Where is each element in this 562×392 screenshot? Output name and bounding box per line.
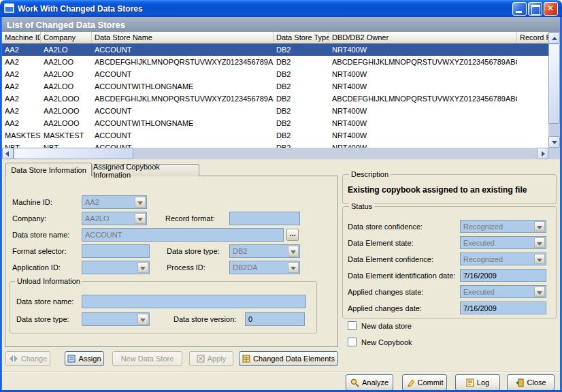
cell: NRT400W [329,117,517,129]
column-header-company[interactable]: Company [41,32,92,43]
unload-data-store-version-field[interactable]: 0 [245,312,305,326]
data-element-state-combo[interactable]: Executed [460,236,546,249]
data-element-identification-date-field[interactable]: 7/16/2009 [460,269,546,282]
data-store-confidence-label: Data store confidence: [348,223,423,231]
application-id-label: Application ID: [12,263,61,272]
machine-id-combo[interactable]: AA2 [82,195,147,209]
cell [517,80,548,93]
changed-data-elements-button[interactable]: Changed Data Elements [239,351,338,366]
process-id-combo[interactable]: DB2DA [229,261,300,274]
minimize-button[interactable] [512,2,527,16]
apply-icon [197,355,205,363]
analyze-label: Analyze [362,378,389,387]
vertical-scrollbar[interactable] [548,32,560,148]
cell: ACCOUNT [92,105,274,117]
cell: ABCDEFGHIJKLMNOPQRSTUVWXYZ0123456789ABC [92,93,274,105]
record-format-field[interactable] [229,212,300,225]
new-copybook-checkbox[interactable] [348,338,357,346]
cell: ACCOUNT [92,142,274,148]
changed-data-elements-label: Changed Data Elements [253,355,335,363]
table-row[interactable]: AA2 AA2LOOO ACCOUNTWITHLONGNAME DB2 NRT4… [2,117,548,129]
analyze-button[interactable]: Analyze [346,374,393,391]
scroll-left-icon[interactable] [2,148,14,159]
applied-changes-state-combo[interactable]: Executed [460,285,546,298]
column-header-data-store-type[interactable]: Data Store Type [274,32,329,43]
unload-data-store-type-combo[interactable] [82,312,150,326]
new-data-store-checkbox[interactable] [348,321,357,330]
table-row[interactable]: AA2 AA2LOOO ABCDEFGHIJKLMNOPQRSTUVWXYZ01… [2,93,548,105]
application-id-combo[interactable] [82,261,150,274]
cell: NRT400W [329,68,517,80]
change-button[interactable]: Change [5,351,50,366]
horizontal-scroll-thumb[interactable] [14,148,133,159]
chevron-down-icon[interactable] [288,262,299,273]
cell: DB2 [274,80,329,93]
cell: NRT400W [329,44,517,56]
assign-label: Assign [78,355,101,363]
data-store-type-combo[interactable]: DB2 [229,244,300,258]
tab-assigned-copybook-information[interactable]: Assigned Copybook Information [93,164,199,176]
maximize-button[interactable] [528,2,542,16]
data-element-confidence-combo[interactable]: Recognized [460,252,546,265]
chevron-down-icon[interactable] [137,262,148,273]
machine-id-label: Machine ID: [12,198,52,206]
company-combo[interactable]: AA2LO [82,212,147,225]
commit-icon [406,378,415,387]
applied-changes-state-value: Executed [463,288,495,296]
horizontal-scrollbar[interactable] [2,148,548,159]
new-data-store-button[interactable]: New Data Store [112,351,182,366]
close-button[interactable] [544,2,558,16]
data-element-state-value: Executed [463,239,495,247]
table-row[interactable]: AA2 AA2LOO ACCOUNT DB2 NRT400W [2,68,548,80]
unload-data-store-name-field[interactable] [82,295,306,308]
browse-button[interactable]: ... [286,229,299,241]
apply-button[interactable]: Apply [189,351,233,366]
table-row[interactable]: NBT NBT ACCOUNT DB2 NRT400W [2,142,548,148]
log-label: Log [477,378,489,387]
chevron-down-icon[interactable] [534,254,545,264]
applied-changes-date-value: 7/16/2009 [463,304,497,312]
table-row[interactable]: AA2 AA2LOOO ACCOUNT DB2 NRT400W [2,105,548,117]
data-element-state-label: Data Element state: [348,239,414,247]
titlebar[interactable]: Work With Changed Data Stores [0,0,562,17]
chevron-down-icon[interactable] [534,287,545,297]
data-store-confidence-combo[interactable]: Recognized [460,220,546,233]
table-row[interactable]: AA2 AA2LOO ABCDEFGHIJKLMNOPQRSTUVWXYZ012… [2,56,548,68]
chevron-down-icon[interactable] [288,246,299,257]
chevron-down-icon[interactable] [137,314,148,325]
scroll-right-icon[interactable] [537,148,548,159]
data-store-confidence-value: Recognized [463,223,503,231]
cell: DB2 [274,142,329,148]
table-row[interactable]: MASKTEST MASKTEST ACCOUNT DB2 NRT400W [2,129,548,142]
scroll-down-icon[interactable] [548,136,560,148]
cell: ACCOUNT [92,44,274,56]
column-header-data-store-name[interactable]: Data Store Name [92,32,274,43]
chevron-down-icon[interactable] [534,221,545,231]
table-row[interactable]: AA2 AA2LOO ACCOUNTWITHLONGNAME DB2 NRT40… [2,80,548,93]
commit-button[interactable]: Commit [402,374,447,391]
scroll-up-icon[interactable] [548,32,560,44]
column-header-machine-id[interactable]: Machine ID [2,32,41,43]
exit-door-icon [515,378,524,387]
log-button[interactable]: Log [455,374,500,391]
cell: NRT400W [329,105,517,117]
chevron-down-icon[interactable] [135,213,146,224]
cell: ACCOUNT [92,68,274,80]
vertical-scroll-thumb[interactable] [548,44,560,124]
close-action-label: Close [527,378,546,387]
apply-label: Apply [208,355,227,363]
data-store-name-field[interactable]: ACCOUNT [82,228,284,242]
close-action-button[interactable]: Close [507,374,555,391]
tab-data-store-information[interactable]: Data Store Information [5,163,92,176]
table-row[interactable]: AA2 AA2LO ACCOUNT DB2 NRT400W [2,44,548,56]
assign-button[interactable]: Assign [65,351,104,366]
chevron-down-icon[interactable] [534,238,545,248]
cell: ACCOUNTWITHLONGNAME [92,117,274,129]
cell: AA2 [2,56,41,68]
format-selector-field[interactable] [82,244,150,258]
column-header-dbd-db2-owner[interactable]: DBD/DB2 Owner [329,32,517,43]
data-stores-grid: AA2 AA2LO ACCOUNT DB2 NRT400W AA2 AA2LOO… [2,44,548,148]
description-title: Description [349,170,391,178]
chevron-down-icon[interactable] [135,197,146,208]
applied-changes-date-field[interactable]: 7/16/2009 [460,301,546,314]
